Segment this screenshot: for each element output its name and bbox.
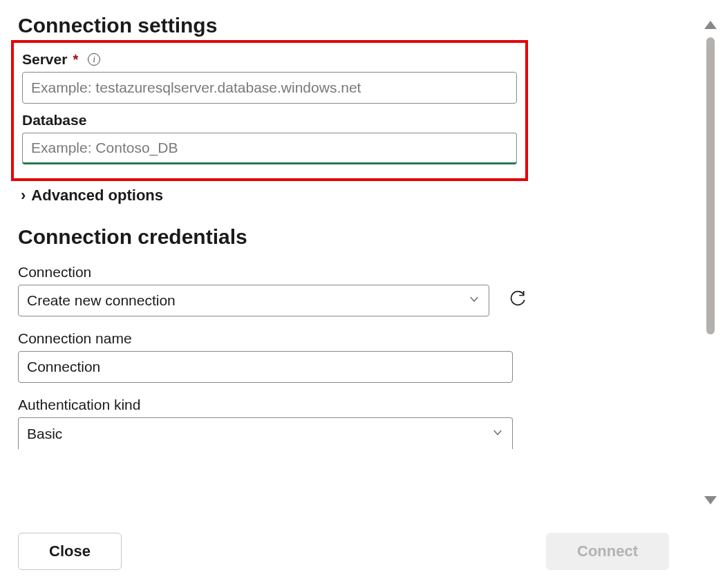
connection-settings-highlight: Server * i Database	[11, 40, 528, 181]
database-field-block: Database	[22, 112, 517, 164]
connection-field-block: Connection Create new connection	[18, 264, 529, 316]
server-field-block: Server * i	[22, 51, 517, 104]
connect-button[interactable]: Connect	[546, 533, 669, 570]
auth-kind-label: Authentication kind	[18, 397, 529, 413]
server-label: Server	[22, 51, 67, 68]
scroll-track[interactable]	[706, 37, 715, 488]
server-input[interactable]	[22, 72, 517, 104]
database-label: Database	[22, 112, 86, 129]
footer-bar: Close Connect	[0, 533, 691, 588]
scroll-down-icon[interactable]	[704, 496, 717, 504]
connection-select-value: Create new connection	[27, 292, 176, 309]
advanced-options-label: Advanced options	[31, 187, 163, 205]
auth-kind-select[interactable]: Basic	[18, 417, 513, 449]
connection-select-row: Create new connection	[18, 285, 529, 316]
connection-settings-heading: Connection settings	[18, 14, 673, 37]
connection-credentials-heading: Connection credentials	[18, 225, 529, 249]
chevron-down-icon	[491, 426, 504, 442]
scrollbar[interactable]	[703, 21, 718, 504]
connection-name-label: Connection name	[18, 330, 529, 347]
dialog-viewport: Connection settings Server * i Database …	[0, 0, 725, 588]
scroll-thumb[interactable]	[706, 37, 715, 334]
database-label-row: Database	[22, 112, 517, 129]
connection-name-input[interactable]	[18, 351, 513, 383]
close-button[interactable]: Close	[18, 533, 122, 570]
connection-name-field-block: Connection name	[18, 330, 529, 383]
connection-select[interactable]: Create new connection	[18, 285, 489, 316]
required-indicator: *	[73, 53, 78, 66]
connection-credentials-section: Connection credentials Connection Create…	[18, 225, 529, 449]
refresh-connection-button[interactable]	[506, 288, 529, 314]
chevron-right-icon: ›	[21, 188, 26, 203]
server-label-row: Server * i	[22, 51, 517, 68]
auth-kind-select-value: Basic	[27, 426, 62, 442]
auth-kind-field-block: Authentication kind Basic	[18, 397, 529, 449]
scroll-up-icon[interactable]	[704, 21, 717, 29]
connection-label: Connection	[18, 264, 529, 281]
advanced-options-toggle[interactable]: › Advanced options	[21, 187, 673, 205]
refresh-icon	[509, 291, 527, 311]
database-input[interactable]	[22, 133, 517, 164]
content-area: Connection settings Server * i Database …	[0, 0, 691, 588]
chevron-down-icon	[468, 292, 480, 309]
info-icon[interactable]: i	[88, 53, 100, 66]
